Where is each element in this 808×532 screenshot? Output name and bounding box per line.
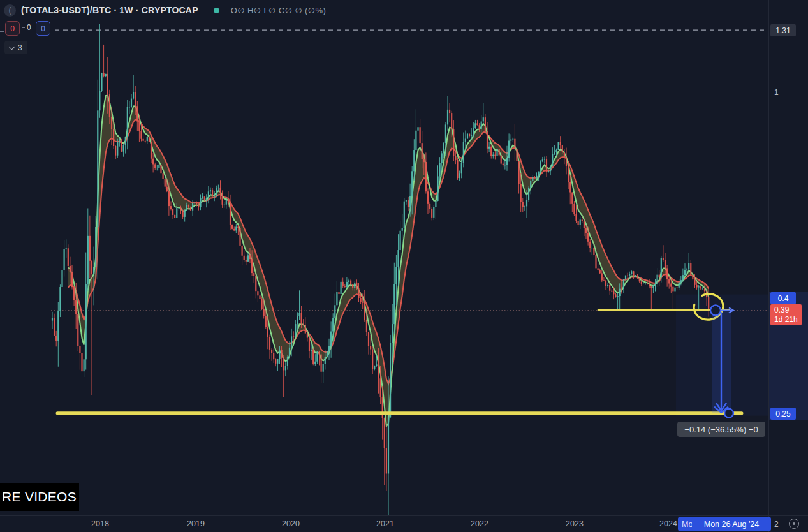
price-axis[interactable]: 1.31 1 0.4 0.39 1d 21h 0.25 [768,0,808,515]
range-tool-top-handle[interactable] [710,305,721,315]
last-price-value: 0.39 [774,306,789,315]
axis-tick-1: 1 [769,88,808,97]
time-axis[interactable]: 2018201920202021202220232024 Mo Mon 26 A… [0,515,808,532]
symbol-logo-icon: ( [4,4,16,17]
year-label-2021: 2021 [376,519,394,528]
chart-window: ( (TOTAL3-USDT)/BTC · 1W · CRYPTOCAP O∅ … [0,0,808,532]
last-price-badge: 0.39 1d 21h [770,304,802,325]
year-label-2023: 2023 [566,519,584,528]
chart-pane [51,24,768,521]
settings-icon[interactable] [789,519,799,529]
year-label-2019: 2019 [187,519,205,528]
price-range-tool[interactable] [710,305,733,417]
range-top-badge: 0.4 [770,292,796,304]
market-status-dot-icon [214,8,219,13]
clipped-axis-char: 2 [774,520,779,529]
crosshair-date-badge: Mon 26 Aug '24 [692,517,771,531]
year-label-2022: 2022 [471,519,488,528]
alert-counter-red[interactable]: 0 [5,21,20,36]
price-chart[interactable] [0,0,808,532]
counter-dash [22,27,25,28]
clipped-left-icon [0,26,4,32]
ohlc-readout: O∅ H∅ L∅ C∅ ∅ (∅%) [231,6,327,15]
range-bottom-badge: 0.25 [770,408,796,420]
counter-middle: 0 [27,23,31,32]
measure-tooltip: −0.14 (−36.55%) −0 [677,422,765,437]
position-counter-blue[interactable]: 0 [36,21,50,36]
ma-slow-line [68,119,709,384]
video-banner[interactable]: RE VIDEOS [0,483,79,511]
objects-dropdown-count: 3 [18,43,22,52]
objects-dropdown-button[interactable]: 3 [4,41,27,54]
year-label-2024: 2024 [659,519,677,528]
range-tool-bottom-handle[interactable] [724,409,733,418]
symbol-header: ( (TOTAL3-USDT)/BTC · 1W · CRYPTOCAP O∅ … [4,3,326,17]
level-label-1-31: 1.31 [770,24,796,36]
bar-countdown: 1d 21h [774,315,798,325]
symbol-title[interactable]: (TOTAL3-USDT)/BTC · 1W · CRYPTOCAP [21,5,198,15]
year-label-2018: 2018 [91,519,109,528]
chevron-down-icon [9,43,15,50]
year-label-2020: 2020 [282,519,300,528]
